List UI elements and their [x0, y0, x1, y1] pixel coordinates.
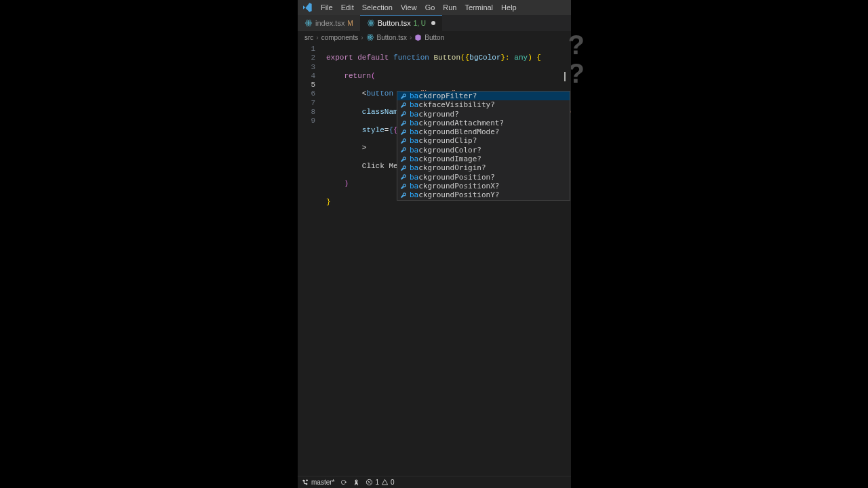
property-icon — [400, 110, 407, 117]
property-icon — [400, 138, 407, 144]
suggestion-item[interactable]: backgroundColor? — [397, 146, 570, 155]
menu-view[interactable]: View — [397, 3, 421, 12]
svg-point-8 — [370, 37, 371, 38]
svg-point-4 — [370, 22, 372, 24]
breadcrumb-seg[interactable]: Button.tsx — [377, 34, 407, 41]
property-icon — [400, 183, 407, 190]
vscode-window: ? ? File Edit Selection View Go Run Term… — [298, 0, 571, 488]
menu-terminal[interactable]: Terminal — [461, 3, 498, 12]
property-icon — [400, 93, 407, 100]
intellisense-popup[interactable]: backdropFilter?backfaceVisibility?backgr… — [397, 91, 570, 201]
status-radio[interactable] — [353, 479, 360, 486]
suggestion-item[interactable]: backgroundPositionY? — [397, 190, 570, 199]
property-icon — [400, 174, 407, 180]
suggestion-item[interactable]: backgroundBlendMode? — [397, 127, 570, 136]
suggestion-item[interactable]: background? — [397, 110, 570, 119]
property-icon — [400, 120, 407, 127]
tabbar: index.tsx M Button.tsx 1, U — [298, 15, 571, 31]
property-icon — [400, 129, 407, 136]
suggestion-item[interactable]: backgroundOrigin? — [397, 163, 570, 172]
suggestion-item[interactable]: backgroundAttachment? — [397, 119, 570, 127]
menu-go[interactable]: Go — [421, 3, 439, 12]
status-problems[interactable]: 1 0 — [366, 479, 394, 486]
property-icon — [400, 156, 407, 163]
tab-badge-untracked: 1, U — [414, 20, 426, 27]
warning-icon — [381, 479, 389, 486]
tab-label: index.tsx — [315, 19, 344, 27]
breadcrumb-seg[interactable]: src — [304, 34, 313, 41]
breadcrumb-seg[interactable]: components — [321, 34, 358, 41]
chevron-right-icon: › — [361, 34, 363, 41]
sync-icon — [340, 479, 347, 486]
suggestion-item[interactable]: backgroundPositionX? — [397, 182, 570, 190]
menu-selection[interactable]: Selection — [358, 3, 397, 12]
tab-badge-modified: M — [347, 20, 353, 27]
statusbar: master* 1 0 — [298, 476, 571, 488]
react-icon — [304, 19, 313, 27]
chevron-right-icon: › — [410, 34, 412, 41]
chevron-right-icon: › — [316, 34, 318, 41]
react-icon — [367, 19, 375, 27]
line-gutter: 1 2 3 4 5 6 7 8 9 — [298, 45, 321, 126]
status-sync[interactable] — [340, 479, 347, 486]
tab-button[interactable]: Button.tsx 1, U — [360, 15, 442, 31]
error-icon — [366, 479, 373, 486]
menubar: File Edit Selection View Go Run Terminal… — [298, 0, 571, 15]
git-branch-icon — [302, 479, 309, 486]
symbol-method-icon — [414, 34, 422, 41]
tab-label: Button.tsx — [378, 19, 411, 27]
menu-file[interactable]: File — [317, 3, 337, 12]
property-icon — [400, 102, 407, 108]
vscode-logo-icon — [302, 2, 313, 13]
property-icon — [400, 146, 407, 153]
suggestion-item[interactable]: backgroundClip? — [397, 136, 570, 145]
property-icon — [400, 192, 407, 199]
menu-edit[interactable]: Edit — [337, 3, 358, 12]
breadcrumb-seg[interactable]: Button — [425, 34, 444, 41]
menu-run[interactable]: Run — [439, 3, 460, 12]
suggestion-item[interactable]: backdropFilter? — [397, 92, 570, 100]
property-icon — [400, 165, 407, 171]
suggestion-item[interactable]: backgroundPosition? — [397, 173, 570, 182]
tab-dirty-dot-icon — [431, 21, 435, 25]
radio-tower-icon — [353, 479, 360, 486]
breadcrumbs[interactable]: src › components › Button.tsx › Button — [298, 31, 571, 43]
tab-index[interactable]: index.tsx M — [298, 15, 360, 31]
code-editor[interactable]: 1 2 3 4 5 6 7 8 9 export default functio… — [298, 43, 571, 476]
svg-point-0 — [308, 22, 309, 24]
react-icon — [366, 33, 374, 41]
suggestion-item[interactable]: backgroundImage? — [397, 155, 570, 163]
suggestion-item[interactable]: backfaceVisibility? — [397, 100, 570, 109]
status-branch[interactable]: master* — [302, 479, 334, 486]
menu-help[interactable]: Help — [497, 3, 521, 12]
